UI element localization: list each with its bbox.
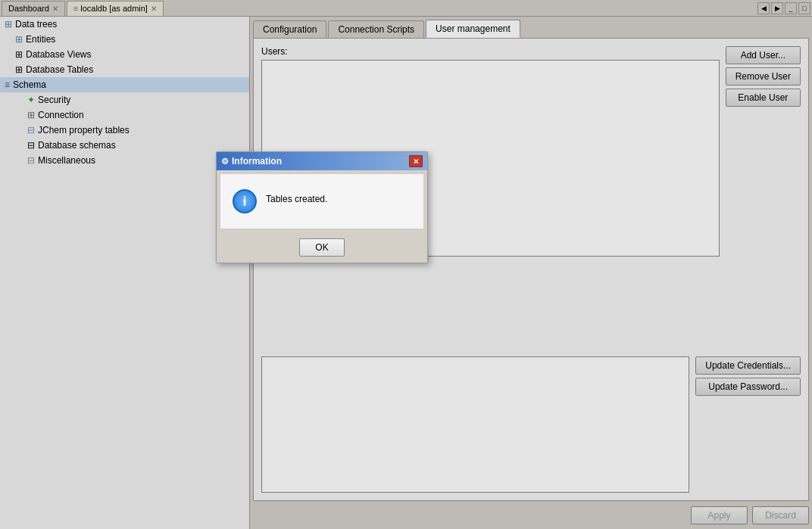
dialog-ok-button[interactable]: OK xyxy=(299,238,345,257)
information-dialog: ⚙ Information ✕ i Tables created. OK xyxy=(216,151,428,263)
dialog-close-button[interactable]: ✕ xyxy=(409,155,423,167)
dialog-content: i Tables created. xyxy=(220,173,424,229)
dialog-icon-label: i xyxy=(242,194,246,210)
dialog-title-icon: ⚙ xyxy=(221,157,229,166)
dialog-message: Tables created. xyxy=(266,189,327,204)
modal-overlay: ⚙ Information ✕ i Tables created. OK xyxy=(0,0,812,529)
dialog-titlebar: ⚙ Information ✕ xyxy=(217,152,427,170)
dialog-footer: OK xyxy=(217,232,427,263)
dialog-title-left: ⚙ Information xyxy=(221,156,282,166)
dialog-info-icon: i xyxy=(233,189,257,213)
dialog-title-text: Information xyxy=(232,156,282,166)
